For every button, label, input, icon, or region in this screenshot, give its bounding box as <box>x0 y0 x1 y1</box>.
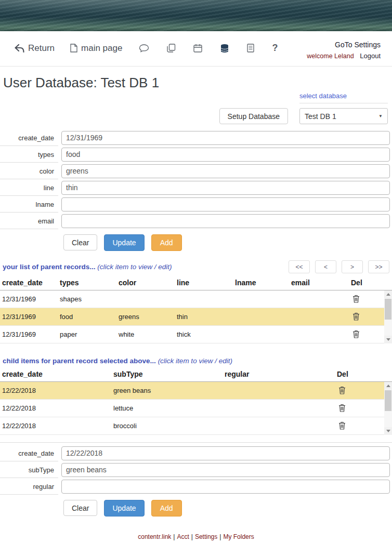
child-table-row[interactable]: 12/22/2018 lettuce <box>0 400 384 417</box>
main-page-button[interactable]: main page <box>70 43 122 54</box>
email-input[interactable] <box>61 214 390 228</box>
trash-icon <box>338 404 346 412</box>
page-prev-button[interactable]: < <box>315 260 336 273</box>
col-create-date: create_date <box>0 369 111 381</box>
trash-icon <box>338 386 346 394</box>
regular-input[interactable] <box>61 480 390 494</box>
chat-icon <box>139 44 149 52</box>
footer-link-my-folders[interactable]: My Folders <box>223 533 254 540</box>
child-table-row-selected[interactable]: 12/22/2018 green beans <box>0 382 384 400</box>
col-del: Del <box>349 277 392 290</box>
child-update-button[interactable]: Update <box>104 500 144 516</box>
page-icon <box>70 44 77 52</box>
delete-row-button[interactable] <box>351 311 361 322</box>
delete-row-button[interactable] <box>337 420 347 431</box>
parent-table-scrollbar[interactable] <box>384 290 392 343</box>
document-icon <box>247 44 254 52</box>
footer: contentr.link|Acct|Settings|My Folders ©… <box>0 533 392 543</box>
header-banner-image <box>0 0 392 31</box>
parent-table-row[interactable]: 12/31/1969 paper white thick <box>0 326 384 343</box>
database-select[interactable]: Test DB 1 ▼ <box>299 108 388 124</box>
navbar: Return main page <box>0 31 392 67</box>
trash-icon <box>352 312 360 321</box>
parent-table-header: create_date types color line lname email… <box>0 277 392 290</box>
page-next-button[interactable]: > <box>342 260 363 273</box>
pagination: << < > >> <box>289 260 389 273</box>
create-date-label: create_date <box>0 130 58 146</box>
select-database-label: select database <box>299 92 388 103</box>
parent-record-form: create_date types color line lname email… <box>0 129 392 251</box>
footer-link-settings[interactable]: Settings <box>195 533 217 540</box>
create-date-input[interactable] <box>61 131 390 145</box>
copy-icon <box>167 44 176 52</box>
database-icon <box>220 44 229 53</box>
child-list-heading: child items for parent record selected a… <box>3 357 232 365</box>
col-subtype: subType <box>111 369 223 381</box>
scroll-thumb[interactable] <box>385 390 391 411</box>
line-input[interactable] <box>61 181 390 195</box>
col-lname: lname <box>233 277 289 290</box>
lname-label: lname <box>0 196 58 213</box>
delete-row-button[interactable] <box>337 403 347 413</box>
footer-link-acct[interactable]: Acct <box>177 533 189 540</box>
return-arrow-icon <box>15 44 24 52</box>
child-create-date-input[interactable] <box>61 446 390 460</box>
child-add-button[interactable]: Add <box>151 500 182 516</box>
setup-database-button[interactable]: Setup Database <box>219 108 288 124</box>
subtype-label: subType <box>0 462 58 478</box>
scroll-down-arrow[interactable] <box>384 427 392 435</box>
parent-records-table: create_date types color line lname email… <box>0 277 392 343</box>
calendar-button[interactable] <box>192 43 203 54</box>
col-types: types <box>58 277 116 290</box>
scroll-thumb[interactable] <box>385 299 391 320</box>
email-label: email <box>0 213 58 229</box>
child-item-form: create_date subType regular Clear Update… <box>0 445 392 516</box>
section-divider <box>0 442 392 443</box>
clear-button[interactable]: Clear <box>63 234 97 250</box>
document-button[interactable] <box>246 43 255 54</box>
calendar-icon <box>193 44 202 52</box>
copy-button[interactable] <box>166 43 177 54</box>
chat-button[interactable] <box>138 43 150 54</box>
types-input[interactable] <box>61 148 390 162</box>
parent-table-row[interactable]: 12/31/1969 shapes <box>0 290 384 308</box>
return-button[interactable]: Return <box>15 43 55 54</box>
child-table-scrollbar[interactable] <box>384 382 392 435</box>
child-create-date-label: create_date <box>0 445 58 461</box>
color-input[interactable] <box>61 164 390 178</box>
lname-input[interactable] <box>61 197 390 211</box>
delete-row-button[interactable] <box>351 294 361 304</box>
types-label: types <box>0 147 58 163</box>
delete-row-button[interactable] <box>351 329 361 339</box>
scroll-up-arrow[interactable] <box>384 382 392 390</box>
welcome-user-link[interactable]: welcome Leland <box>307 52 354 60</box>
regular-label: regular <box>0 479 58 495</box>
logout-link[interactable]: Logout <box>360 52 381 60</box>
col-create-date: create_date <box>0 277 58 290</box>
subtype-input[interactable] <box>61 463 390 477</box>
page-title: User Database: Test DB 1 <box>3 75 392 91</box>
parent-table-row-selected[interactable]: 12/31/1969 food greens thin <box>0 308 384 326</box>
update-button[interactable]: Update <box>104 234 144 251</box>
chevron-down-icon: ▼ <box>378 114 383 118</box>
child-items-table: create_date subType regular Del 12/22/20… <box>0 369 392 435</box>
scroll-down-arrow[interactable] <box>384 336 392 343</box>
database-controls: Setup Database select database Test DB 1… <box>0 92 392 124</box>
footer-link-contentr[interactable]: contentr.link <box>138 533 171 540</box>
add-button[interactable]: Add <box>151 234 182 251</box>
goto-settings-link[interactable]: GoTo Settings <box>335 41 381 49</box>
col-regular: regular <box>223 369 335 381</box>
child-list-hint: (click item to view / edit) <box>158 357 232 365</box>
scroll-up-arrow[interactable] <box>384 290 392 298</box>
page-first-button[interactable]: << <box>289 260 310 273</box>
col-line: line <box>175 277 233 290</box>
database-button[interactable] <box>219 43 230 54</box>
page-last-button[interactable]: >> <box>368 260 389 273</box>
child-table-row[interactable]: 12/22/2018 broccoli <box>0 417 384 435</box>
child-table-header: create_date subType regular Del <box>0 369 392 382</box>
line-label: line <box>0 180 58 196</box>
help-button[interactable]: ? <box>271 42 279 55</box>
trash-icon <box>352 330 360 338</box>
delete-row-button[interactable] <box>337 385 347 395</box>
child-clear-button[interactable]: Clear <box>63 500 97 516</box>
